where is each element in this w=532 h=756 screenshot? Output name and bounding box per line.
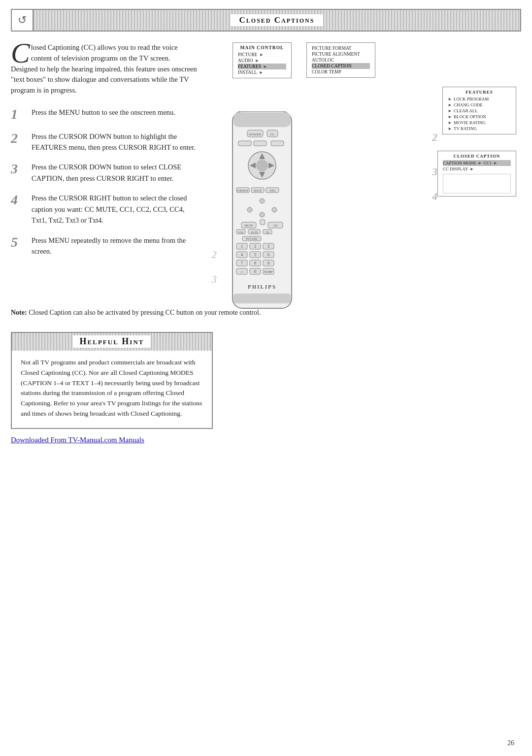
svg-text:MUTE: MUTE xyxy=(245,224,253,227)
svg-text:0: 0 xyxy=(254,269,256,274)
step-4: 4 Press the CURSOR RIGHT button to selec… xyxy=(11,193,199,226)
step-1-number: 1 xyxy=(11,107,25,122)
remote-control: POWER CC xyxy=(223,111,301,320)
sub-picture-format: PICTURE FORMAT xyxy=(312,45,370,51)
cc-display: CC DISPLAY► xyxy=(443,166,511,172)
feat-clear-all: ►CLEAR ALL xyxy=(448,108,511,114)
hint-header-pattern: Helpful Hint xyxy=(12,333,212,351)
diagram-step-labels: 2 3 4 xyxy=(432,131,437,203)
header-pattern: Closed Captions xyxy=(33,10,520,31)
header-logo: ↺ xyxy=(12,9,33,31)
main-menu-features: FEATURES► xyxy=(238,64,286,69)
sub-autoloc: AUTOLOC xyxy=(312,57,370,63)
svg-text:1: 1 xyxy=(241,244,243,249)
footer-link-text[interactable]: Downloaded From TV-Manual.com Manuals xyxy=(11,436,144,444)
page-title: Closed Captions xyxy=(231,14,324,26)
diagram-step-4: 4 xyxy=(432,190,437,203)
step-2-number: 2 xyxy=(11,131,25,146)
svg-text:-/-: -/- xyxy=(240,270,244,274)
main-content: Closed Captioning (CC) allows you to rea… xyxy=(11,42,521,298)
step-1-text: Press the MENU button to see the onscree… xyxy=(32,107,175,118)
feat-tv-rating: ►TV RATING xyxy=(448,126,511,131)
svg-text:3: 3 xyxy=(267,244,269,249)
svg-rect-6 xyxy=(238,141,251,146)
left-column: Closed Captioning (CC) allows you to rea… xyxy=(11,42,208,298)
main-menu-audio: AUDIO► xyxy=(238,58,286,64)
svg-rect-7 xyxy=(254,141,266,146)
svg-point-21 xyxy=(260,198,265,203)
features-submenu-title: FEATURES xyxy=(448,90,511,95)
step-3: 3 Press the CURSOR DOWN button to select… xyxy=(11,162,199,184)
step-5-text: Press MENU repeatedly to remove the menu… xyxy=(32,235,199,257)
svg-rect-63 xyxy=(233,294,291,303)
page-header: ↺ Closed Captions xyxy=(11,9,521,32)
cc-display-area xyxy=(443,174,511,194)
svg-text:9: 9 xyxy=(267,261,269,265)
step-4-text: Press the CURSOR RIGHT button to select … xyxy=(32,193,199,226)
hint-text: Not all TV programs and product commerci… xyxy=(12,358,212,420)
svg-rect-26 xyxy=(260,220,265,225)
drop-cap: C xyxy=(11,42,30,64)
step-3-number: 3 xyxy=(11,162,25,177)
main-menu-title: MAIN CONTROL xyxy=(238,45,286,50)
logo-icon: ↺ xyxy=(18,14,27,27)
svg-rect-1 xyxy=(233,112,291,127)
remote-step-2: 2 xyxy=(212,249,217,261)
svg-text:MAUP: MAUP xyxy=(254,189,262,192)
svg-point-23 xyxy=(260,212,265,217)
cc-menu-box: CLOSED CAPTION CAPTION MODE►CC1► CC DISP… xyxy=(437,151,516,197)
feat-block-option: ►BLOCK OPTION xyxy=(448,114,511,120)
step-3-text: Press the CURSOR DOWN button to select C… xyxy=(32,162,199,184)
svg-text:PICTURE: PICTURE xyxy=(246,237,258,240)
step-4-number: 4 xyxy=(11,193,25,208)
svg-text:CH: CH xyxy=(273,224,278,227)
step-2-text: Press the CURSOR DOWN button to highligh… xyxy=(32,131,199,153)
svg-text:4: 4 xyxy=(241,253,243,257)
page-number: 26 xyxy=(507,739,514,747)
svg-text:6: 6 xyxy=(267,253,269,257)
helpful-hint-box: Helpful Hint Not all TV programs and pro… xyxy=(11,332,213,429)
main-menu-box: MAIN CONTROL PICTURE► AUDIO► FEATURES► I… xyxy=(233,42,292,78)
svg-text:FORMAT: FORMAT xyxy=(237,189,249,192)
hint-header: Helpful Hint xyxy=(12,333,212,351)
svg-text:AUTO: AUTO xyxy=(250,231,258,234)
svg-text:SATI: SATI xyxy=(269,189,275,192)
remote-step-3: 3 xyxy=(212,274,217,285)
svg-text:2: 2 xyxy=(254,244,256,249)
right-column: MAIN CONTROL PICTURE► AUDIO► FEATURES► I… xyxy=(208,42,521,298)
svg-text:5: 5 xyxy=(254,253,256,257)
picture-menu-box: PICTURE FORMAT PICTURE ALIGNMENT AUTOLOC… xyxy=(306,42,375,78)
svg-point-10 xyxy=(256,160,268,171)
main-menu-picture: PICTURE► xyxy=(238,52,286,58)
cc-caption-mode: CAPTION MODE►CC1► xyxy=(443,160,511,166)
sub-color-temp: COLOR TEMP xyxy=(312,69,370,75)
svg-text:CC: CC xyxy=(270,132,275,136)
diagram-step-3: 3 xyxy=(432,165,437,178)
svg-text:VOL: VOL xyxy=(238,231,244,234)
feat-picture-format: ►LOCK PROGRAM xyxy=(448,96,511,102)
intro-text: losed Captioning (CC) allows you to read… xyxy=(11,43,197,94)
svg-point-24 xyxy=(272,207,277,212)
note-label: Note: xyxy=(11,309,27,316)
svg-text:PHILIPS: PHILIPS xyxy=(248,284,276,290)
svg-text:7: 7 xyxy=(241,261,243,265)
feat-movie-rating: ►MOVIE RATING xyxy=(448,120,511,126)
diagram-step-2: 2 xyxy=(432,131,437,144)
footer-link[interactable]: Downloaded From TV-Manual.com Manuals xyxy=(11,436,521,444)
step-5: 5 Press MENU repeatedly to remove the me… xyxy=(11,235,199,257)
main-menu-install: INSTALL► xyxy=(238,69,286,75)
remote-area: MAIN CONTROL PICTURE► AUDIO► FEATURES► I… xyxy=(208,42,521,298)
sub-closed-caption: CLOSED CAPTION xyxy=(312,63,370,69)
svg-text:CH: CH xyxy=(266,231,269,234)
svg-text:8: 8 xyxy=(254,261,256,265)
cc-menu-title: CLOSED CAPTION xyxy=(443,154,511,159)
intro-paragraph: Closed Captioning (CC) allows you to rea… xyxy=(11,42,199,96)
svg-text:SURF: SURF xyxy=(264,270,273,274)
remote-svg: POWER CC xyxy=(223,111,301,318)
step-1: 1 Press the MENU button to see the onscr… xyxy=(11,107,199,122)
features-submenu-box: FEATURES ►LOCK PROGRAM ►CHANG CODE ►CLEA… xyxy=(442,87,516,134)
hint-title: Helpful Hint xyxy=(73,335,151,348)
svg-point-22 xyxy=(247,207,252,212)
step-5-number: 5 xyxy=(11,235,25,250)
svg-text:POWER: POWER xyxy=(249,132,262,136)
